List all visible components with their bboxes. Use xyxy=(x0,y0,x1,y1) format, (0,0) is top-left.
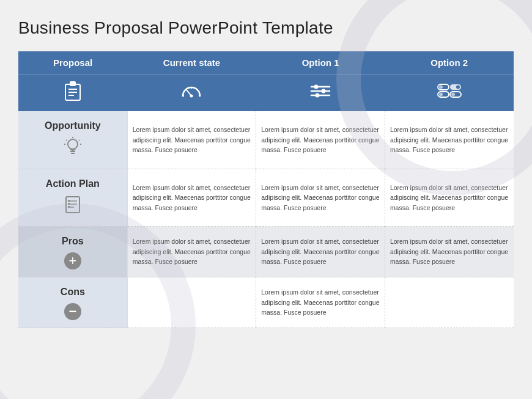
cell-action-plan-opt1: Lorem ipsum dolor sit amet, consectetuer… xyxy=(256,169,385,227)
header-option1: Option 1 xyxy=(256,51,385,75)
gauge-icon xyxy=(180,82,202,100)
slide: Business Proposal PowerPoint Template Pr… xyxy=(0,0,532,399)
proposal-table: Proposal Current state Option 1 Option 2 xyxy=(18,51,514,328)
slide-title: Business Proposal PowerPoint Template xyxy=(18,18,514,38)
label-opportunity: Opportunity xyxy=(18,111,127,169)
minus-icon: − xyxy=(68,305,76,318)
icon-row xyxy=(18,75,514,112)
cell-cons-current xyxy=(127,277,256,328)
svg-point-17 xyxy=(439,86,443,89)
lightbulb-icon xyxy=(64,137,81,156)
svg-point-24 xyxy=(68,139,78,149)
header-icon-toggle xyxy=(385,75,514,112)
svg-rect-37 xyxy=(68,203,70,205)
label-cons: Cons − xyxy=(18,277,127,328)
svg-rect-38 xyxy=(68,206,70,208)
label-action-plan: Action Plan xyxy=(18,169,127,227)
clipboard-icon xyxy=(64,81,81,101)
cell-action-plan-current: Lorem ipsum dolor sit amet, consectetuer… xyxy=(127,169,256,227)
cell-pros-current: Lorem ipsum dolor sit amet, consectetuer… xyxy=(127,227,256,277)
svg-point-19 xyxy=(456,86,460,89)
header-current-state: Current state xyxy=(127,51,256,75)
cell-opportunity-opt2: Lorem ipsum dolor sit amet, consectetuer… xyxy=(385,111,514,169)
cell-pros-opt1: Lorem ipsum dolor sit amet, consectetuer… xyxy=(256,227,385,277)
sliders-icon xyxy=(310,83,331,99)
action-plan-icon xyxy=(64,195,81,214)
header-icon-gauge xyxy=(127,75,256,112)
svg-point-6 xyxy=(190,95,193,98)
cell-pros-opt2: Lorem ipsum dolor sit amet, consectetuer… xyxy=(385,227,514,277)
header-option2: Option 2 xyxy=(385,51,514,75)
table-row-pros: Pros + Lorem ipsum dolor sit amet, conse… xyxy=(18,227,514,277)
svg-point-11 xyxy=(314,85,319,89)
plus-icon: + xyxy=(68,254,76,268)
toggle-icon xyxy=(437,83,462,99)
header-icon-clipboard xyxy=(18,75,127,112)
cell-opportunity-current: Lorem ipsum dolor sit amet, consectetuer… xyxy=(127,111,256,169)
table-row-opportunity: Opportunity Lorem ipsum dolor sit xyxy=(18,111,514,169)
cell-cons-opt2 xyxy=(385,277,514,328)
svg-point-23 xyxy=(451,93,455,97)
label-pros: Pros + xyxy=(18,227,127,277)
table-row-cons: Cons − Lorem ipsum dolor sit amet, conse… xyxy=(18,277,514,328)
svg-line-28 xyxy=(66,140,67,141)
svg-line-29 xyxy=(79,140,79,141)
header-row: Proposal Current state Option 1 Option 2 xyxy=(18,51,514,75)
svg-rect-36 xyxy=(68,200,70,202)
table-row-action-plan: Action Plan Lorem ipsum dolor sit amet, … xyxy=(18,169,514,227)
header-icon-sliders xyxy=(256,75,385,112)
cell-opportunity-opt1: Lorem ipsum dolor sit amet, consectetuer… xyxy=(256,111,385,169)
cell-cons-opt1: Lorem ipsum dolor sit amet, consectetuer… xyxy=(256,277,385,328)
svg-point-13 xyxy=(322,89,326,93)
svg-rect-32 xyxy=(66,197,79,213)
svg-point-21 xyxy=(439,93,443,97)
svg-point-15 xyxy=(316,93,320,98)
cell-action-plan-opt2: Lorem ipsum dolor sit amet, consectetuer… xyxy=(385,169,514,227)
svg-rect-1 xyxy=(70,81,76,86)
header-proposal: Proposal xyxy=(18,51,127,75)
